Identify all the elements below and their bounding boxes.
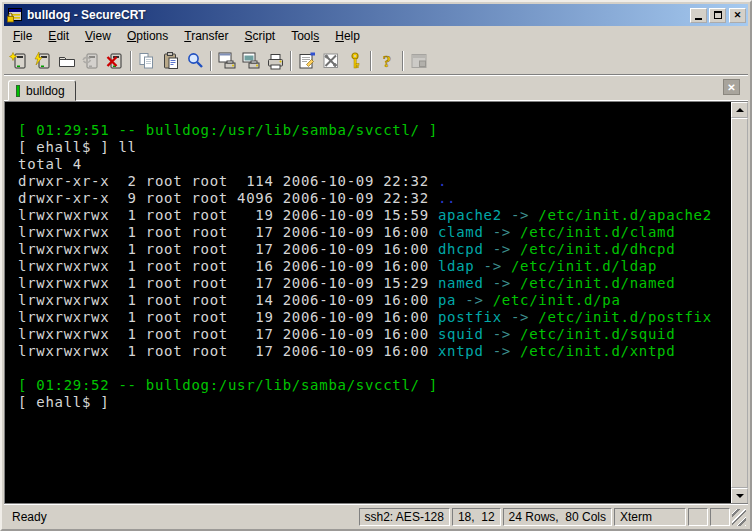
print-setup-button[interactable] (239, 49, 263, 73)
paste-icon (161, 51, 181, 71)
global-options-button[interactable] (319, 49, 343, 73)
print-button[interactable] (263, 49, 287, 73)
scrollbar-thumb[interactable] (731, 118, 748, 488)
print-setup-icon (241, 51, 261, 71)
copy-icon (137, 51, 157, 71)
connect-in-tab-button[interactable] (55, 49, 79, 73)
securecrt-window: bulldog - SecureCRT ✕ FileEditViewOption… (0, 0, 752, 531)
status-bar: Ready ssh2: AES-128 18, 12 24 Rows, 80 C… (4, 504, 748, 527)
tab-label: bulldog (26, 84, 65, 98)
keymap-icon (345, 51, 365, 71)
status-terminal-size: 24 Rows, 80 Cols (503, 508, 612, 526)
menu-transfer[interactable]: Transfer (176, 27, 236, 45)
window-title: bulldog - SecureCRT (27, 8, 688, 22)
tab-bar: bulldog ✕ (4, 75, 748, 101)
menu-edit[interactable]: Edit (40, 27, 77, 45)
terminal: [ 01:29:51 -- bulldog:/usr/lib/samba/svc… (4, 101, 748, 504)
reconnect-button (79, 49, 103, 73)
connect-button[interactable] (31, 49, 55, 73)
quick-connect-button[interactable] (7, 49, 31, 73)
status-ready: Ready (6, 510, 357, 524)
status-panel-empty-1 (688, 508, 708, 526)
menu-file[interactable]: File (5, 27, 40, 45)
terminal-line: drwxr-xr-x 2 root root 114 2006-10-09 22… (18, 173, 731, 190)
tab-bulldog[interactable]: bulldog (8, 80, 76, 101)
terminal-line: lrwxrwxrwx 1 root root 16 2006-10-09 16:… (18, 258, 731, 275)
terminal-line (18, 360, 731, 377)
terminal-line: lrwxrwxrwx 1 root root 17 2006-10-09 16:… (18, 241, 731, 258)
menu-view[interactable]: View (77, 27, 119, 45)
terminal-line: [ ehall$ ] ll (18, 139, 731, 156)
menu-bar: FileEditViewOptionsTransferScriptToolsHe… (4, 26, 748, 47)
session-options-icon (297, 51, 317, 71)
status-panel-empty-2 (710, 508, 730, 526)
arrow-up-icon (736, 108, 744, 112)
help-button[interactable]: ? (375, 49, 399, 73)
terminal-text[interactable]: [ 01:29:51 -- bulldog:/usr/lib/samba/svc… (5, 102, 731, 504)
print-preview-button[interactable] (215, 49, 239, 73)
status-emulation: Xterm (614, 508, 686, 526)
minimize-button[interactable] (690, 8, 707, 23)
scroll-down-button[interactable] (731, 488, 748, 504)
terminal-line: lrwxrwxrwx 1 root root 17 2006-10-09 16:… (18, 343, 731, 360)
connect-in-tab-icon (57, 51, 77, 71)
svg-text:?: ? (383, 52, 392, 71)
terminal-line: lrwxrwxrwx 1 root root 17 2006-10-09 16:… (18, 224, 731, 241)
find-button[interactable] (183, 49, 207, 73)
tab-close-icon: ✕ (727, 82, 735, 93)
minimize-icon (695, 18, 702, 20)
quick-connect-icon (9, 51, 29, 71)
terminal-line: [ ehall$ ] (18, 394, 731, 411)
print-preview-icon (217, 51, 237, 71)
toolbar-separator (210, 51, 212, 71)
terminal-line: lrwxrwxrwx 1 root root 17 2006-10-09 16:… (18, 326, 731, 343)
disconnect-button[interactable] (103, 49, 127, 73)
tab-close-button[interactable]: ✕ (723, 79, 740, 95)
terminal-line: [ 01:29:51 -- bulldog:/usr/lib/samba/svc… (18, 122, 731, 139)
close-button[interactable]: ✕ (729, 8, 746, 23)
paste-button[interactable] (159, 49, 183, 73)
connected-indicator (16, 85, 20, 97)
toolbar-separator (130, 51, 132, 71)
terminal-line: [ 01:29:52 -- bulldog:/usr/lib/samba/svc… (18, 377, 731, 394)
global-options-icon (321, 51, 341, 71)
terminal-line: lrwxrwxrwx 1 root root 17 2006-10-09 15:… (18, 275, 731, 292)
terminal-line: lrwxrwxrwx 1 root root 19 2006-10-09 16:… (18, 309, 731, 326)
menu-help[interactable]: Help (327, 27, 368, 45)
keymap-button[interactable] (343, 49, 367, 73)
terminal-line: lrwxrwxrwx 1 root root 14 2006-10-09 16:… (18, 292, 731, 309)
maximize-icon (714, 11, 722, 19)
toolbar-separator (402, 51, 404, 71)
vertical-scrollbar (731, 102, 748, 504)
maximize-button[interactable] (709, 8, 726, 23)
close-icon: ✕ (734, 11, 742, 20)
reconnect-icon (81, 51, 101, 71)
status-encryption: ssh2: AES-128 (359, 508, 450, 526)
menu-tools[interactable]: Tools (283, 27, 327, 45)
securecrt-app-icon (7, 7, 23, 23)
toolbar-separator (370, 51, 372, 71)
menu-script[interactable]: Script (237, 27, 284, 45)
title-bar[interactable]: bulldog - SecureCRT ✕ (4, 4, 748, 26)
status-cursor-position: 18, 12 (452, 508, 501, 526)
terminal-line: drwxr-xr-x 9 root root 4096 2006-10-09 2… (18, 190, 731, 207)
app-window-icon (409, 51, 429, 71)
print-icon (265, 51, 285, 71)
toolbar: ? (4, 47, 748, 75)
find-icon (185, 51, 205, 71)
app-window-button (407, 49, 431, 73)
menu-options[interactable]: Options (119, 27, 176, 45)
copy-button[interactable] (135, 49, 159, 73)
scroll-up-button[interactable] (731, 102, 748, 118)
terminal-line: lrwxrwxrwx 1 root root 19 2006-10-09 15:… (18, 207, 731, 224)
connect-icon (33, 51, 53, 71)
help-icon: ? (377, 51, 397, 71)
session-options-button[interactable] (295, 49, 319, 73)
arrow-down-icon (736, 494, 744, 498)
toolbar-separator (290, 51, 292, 71)
resize-grip[interactable] (732, 509, 746, 526)
disconnect-icon (105, 51, 125, 71)
terminal-line: total 4 (18, 156, 731, 173)
